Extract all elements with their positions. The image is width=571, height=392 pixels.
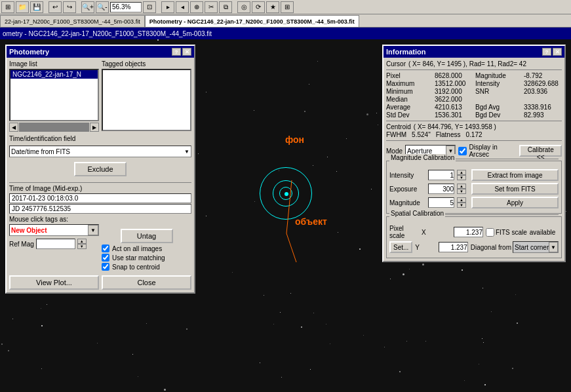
- magnitude-key: Magnitude: [475, 72, 521, 79]
- star: [301, 326, 302, 328]
- zoom-input[interactable]: 56.3%: [110, 2, 142, 12]
- image-list-item-0[interactable]: NGC2146_22-jan-17_N: [10, 70, 98, 79]
- intensity-val: 328629.688: [524, 80, 562, 87]
- start-corner-dropdown[interactable]: Start corner ▼: [513, 241, 559, 253]
- toolbar-btn-4[interactable]: ↩: [49, 1, 62, 13]
- time-field-row: Time/identification field: [9, 135, 191, 142]
- mouse-click-dropdown[interactable]: New Object ▼: [9, 224, 99, 236]
- snap-centroid-label: Snap to centroid: [112, 264, 160, 271]
- star: [279, 170, 279, 171]
- zoom-out-btn[interactable]: 🔍-: [96, 1, 109, 13]
- calibrate-button[interactable]: Calibrate <<: [519, 145, 562, 157]
- image-listbox[interactable]: NGC2146_22-jan-17_N: [9, 69, 99, 121]
- exclude-button[interactable]: Exclude: [74, 162, 127, 176]
- refmag-input[interactable]: [36, 239, 75, 249]
- maximum-key: Maximum: [386, 80, 432, 87]
- toolbar-btn-15[interactable]: ⊞: [281, 1, 294, 13]
- intensity-up-btn[interactable]: ▲: [457, 170, 466, 175]
- magnitude-up-btn[interactable]: ▲: [457, 197, 466, 203]
- set-button[interactable]: Set...: [389, 241, 412, 253]
- tabbar: 22-jan-17_N200c_F1000_ST8300M_-44_5m-003…: [0, 14, 571, 28]
- toolbar-btn-14[interactable]: ★: [266, 1, 279, 13]
- y-scale-row: Set... Y Diagonal from Start corner ▼: [389, 241, 559, 253]
- photometry-help-btn[interactable]: ?: [172, 48, 181, 56]
- tab-1[interactable]: 22-jan-17_N200c_F1000_ST8300M_-44_5m-003…: [0, 15, 145, 27]
- mouse-click-arrow[interactable]: ▼: [88, 225, 98, 235]
- toolbar-btn-1[interactable]: ⊞: [1, 1, 14, 13]
- x-label: X: [422, 229, 451, 236]
- toolbar-btn-5[interactable]: ↪: [63, 1, 76, 13]
- refmag-up-btn[interactable]: ▲: [77, 239, 87, 244]
- y-input[interactable]: [439, 242, 468, 252]
- toolbar-btn-11[interactable]: ⧉: [219, 1, 232, 13]
- toolbar-btn-9[interactable]: ⊕: [190, 1, 203, 13]
- set-from-fits-button[interactable]: Set from FITS: [471, 183, 559, 195]
- tab-2[interactable]: Photometry - NGC2146_22-jan-17_N200c_F10…: [145, 15, 359, 27]
- magnitude-calib-section: Magnitude Calibration Intensity ▲ ▼ Extr…: [386, 161, 562, 214]
- time-of-image-label: Time of Image (Mid-exp.): [9, 185, 191, 192]
- star-matching-checkbox[interactable]: [102, 254, 109, 262]
- toolbar-btn-7[interactable]: ▸: [161, 1, 174, 13]
- exposure-input[interactable]: [428, 184, 454, 194]
- star: [366, 113, 368, 115]
- refmag-label: Ref Mag: [9, 241, 34, 248]
- star-matching-row: Use star matching: [102, 254, 191, 262]
- toolbar-btn-2[interactable]: 📁: [16, 1, 29, 13]
- mode-value: Aperture: [407, 147, 432, 155]
- magnitude-calib-row: Magnitude ▲ ▼ Apply: [389, 197, 559, 208]
- star: [327, 157, 328, 157]
- magnitude-down-btn[interactable]: ▼: [457, 203, 466, 208]
- star: [280, 312, 281, 313]
- intensity-down-btn[interactable]: ▼: [457, 175, 466, 180]
- refmag-down-btn[interactable]: ▼: [77, 244, 87, 249]
- act-all-row: Act on all images: [102, 245, 191, 252]
- intensity-calib-input[interactable]: [428, 170, 454, 180]
- magnitude-calib-input[interactable]: [428, 197, 454, 208]
- time-field-select[interactable]: Date/time from FITS ▼: [9, 146, 191, 157]
- snr-val: 203.936: [524, 88, 562, 95]
- object-annotation: объект: [295, 216, 327, 227]
- toolbar-btn-8[interactable]: ◂: [176, 1, 189, 13]
- photometry-titlebar: Photometry ? ✕: [7, 46, 194, 58]
- act-all-checkbox[interactable]: [102, 245, 109, 252]
- info-close-btn[interactable]: ✕: [553, 48, 562, 56]
- separator-2: [386, 121, 562, 121]
- zoom-in-btn[interactable]: 🔍+: [81, 1, 94, 13]
- toolbar-btn-6[interactable]: ⊡: [143, 1, 156, 13]
- toolbar-btn-10[interactable]: ✂: [205, 1, 218, 13]
- start-corner-arrow[interactable]: ▼: [549, 242, 558, 252]
- titlebar: ometry - NGC2146_22-jan-17_N200c_F1000_S…: [0, 28, 571, 39]
- info-help-btn[interactable]: ?: [542, 48, 551, 56]
- time-field-value: Date/time from FITS: [11, 148, 70, 155]
- cursor-val: ( X= 846, Y= 1495 ), Rad= 11, Rad2= 42: [408, 60, 526, 68]
- intensity-key: Intensity: [475, 80, 521, 87]
- scroll-right-btn[interactable]: ▶: [90, 123, 99, 132]
- mouse-click-label: Mouse click tags as:: [9, 216, 99, 223]
- exposure-down-btn[interactable]: ▼: [457, 189, 466, 194]
- image-list-label: Image list: [9, 60, 99, 68]
- magnitude-calib-key: Magnitude: [389, 199, 425, 206]
- x-input[interactable]: [454, 227, 483, 237]
- intensity-calib-key: Intensity: [389, 172, 425, 179]
- spatial-calib-title: Spatial Calibration: [389, 214, 559, 222]
- separator-3: [386, 140, 562, 141]
- photometry-close-btn[interactable]: ✕: [182, 48, 191, 56]
- time-section: Time of Image (Mid-exp.) 2017-01-23 00:1…: [9, 182, 191, 214]
- apply-button[interactable]: Apply: [471, 197, 559, 208]
- toolbar-btn-3[interactable]: 💾: [30, 1, 43, 13]
- scroll-left-btn[interactable]: ◀: [9, 123, 18, 132]
- toolbar-btn-12[interactable]: ◎: [237, 1, 250, 13]
- toolbar-btn-13[interactable]: ⟳: [252, 1, 265, 13]
- snap-centroid-checkbox[interactable]: [102, 263, 109, 271]
- exposure-up-btn[interactable]: ▲: [457, 184, 466, 189]
- time-value-2: JD 2457776.512535: [9, 204, 191, 214]
- close-button[interactable]: Close: [102, 275, 191, 290]
- refmag-spinner: ▲ ▼: [77, 239, 87, 249]
- view-plot-button[interactable]: View Plot...: [9, 275, 99, 290]
- tagged-listbox[interactable]: [102, 69, 191, 131]
- display-arcsec-checkbox[interactable]: [458, 147, 467, 155]
- untag-button[interactable]: Untag: [121, 229, 173, 243]
- fits-scale-checkbox[interactable]: [486, 228, 494, 237]
- extract-from-image-button[interactable]: Extract from image: [471, 169, 559, 181]
- star: [390, 279, 391, 279]
